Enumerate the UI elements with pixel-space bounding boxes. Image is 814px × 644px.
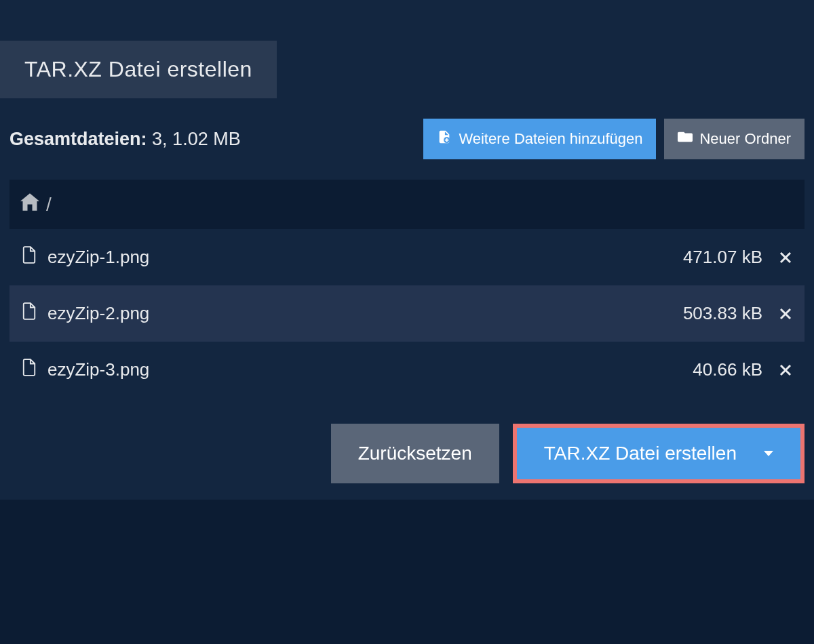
summary: Gesamtdateien: 3, 1.02 MB (9, 129, 241, 150)
new-folder-label: Neuer Ordner (699, 130, 791, 148)
create-button-highlight: TAR.XZ Datei erstellen (513, 424, 805, 483)
file-add-icon (437, 129, 452, 148)
file-name: ezyZip-3.png (47, 359, 682, 380)
file-row[interactable]: ezyZip-1.png 471.07 kB (9, 229, 805, 285)
close-icon (779, 363, 792, 377)
reset-button[interactable]: Zurücksetzen (331, 424, 499, 483)
file-row[interactable]: ezyZip-3.png 40.66 kB (9, 342, 805, 398)
create-label: TAR.XZ Datei erstellen (544, 443, 737, 464)
file-list: ezyZip-1.png 471.07 kB ezyZip-2.png 503.… (9, 229, 805, 398)
breadcrumb-path: / (46, 194, 52, 216)
remove-file-button[interactable] (779, 307, 792, 321)
file-name: ezyZip-1.png (47, 247, 672, 268)
file-size: 40.66 kB (693, 359, 762, 380)
home-icon (20, 193, 39, 216)
reset-label: Zurücksetzen (358, 443, 472, 464)
remove-file-button[interactable] (779, 363, 792, 377)
create-tarxz-button[interactable]: TAR.XZ Datei erstellen (517, 428, 800, 479)
chevron-down-icon (764, 451, 773, 456)
file-size: 471.07 kB (683, 247, 762, 268)
file-row[interactable]: ezyZip-2.png 503.83 kB (9, 285, 805, 342)
file-icon (22, 358, 37, 382)
breadcrumb[interactable]: / (9, 180, 805, 229)
remove-file-button[interactable] (779, 251, 792, 264)
summary-label: Gesamtdateien: (9, 129, 147, 149)
tab-create-tarxz[interactable]: TAR.XZ Datei erstellen (0, 41, 277, 98)
add-files-label: Weitere Dateien hinzufügen (459, 130, 642, 148)
summary-value: 3, 1.02 MB (152, 129, 241, 149)
toolbar: Gesamtdateien: 3, 1.02 MB Weitere Dateie… (0, 98, 814, 180)
action-bar: Zurücksetzen TAR.XZ Datei erstellen (0, 398, 814, 500)
add-files-button[interactable]: Weitere Dateien hinzufügen (423, 119, 656, 159)
new-folder-button[interactable]: Neuer Ordner (664, 119, 805, 159)
file-size: 503.83 kB (683, 303, 762, 324)
tab-bar: TAR.XZ Datei erstellen (0, 0, 814, 98)
file-icon (22, 245, 37, 269)
close-icon (779, 307, 792, 321)
tab-label: TAR.XZ Datei erstellen (24, 57, 252, 81)
file-name: ezyZip-2.png (47, 303, 672, 324)
file-area: / ezyZip-1.png 471.07 kB (0, 180, 814, 398)
toolbar-buttons: Weitere Dateien hinzufügen Neuer Ordner (423, 119, 805, 159)
folder-icon (678, 130, 693, 148)
close-icon (779, 251, 792, 264)
file-icon (22, 302, 37, 325)
